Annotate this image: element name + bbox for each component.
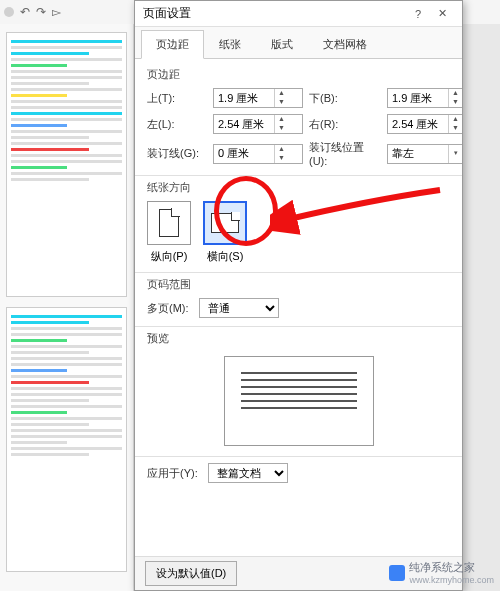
spin-up-icon[interactable]: ▲ [449,115,462,124]
thumbnail-panel [0,24,134,591]
spin-up-icon[interactable]: ▲ [275,115,288,124]
tab-margins[interactable]: 页边距 [141,30,204,59]
tab-paper[interactable]: 纸张 [204,30,256,58]
top-label: 上(T): [147,91,207,106]
bottom-label: 下(B): [309,91,381,106]
left-input[interactable]: ▲▼ [213,114,303,134]
redo-icon[interactable]: ↷ [36,5,46,19]
preview-section: 预览 [147,331,450,446]
left-label: 左(L): [147,117,207,132]
spin-down-icon[interactable]: ▼ [275,124,288,133]
cursor-icon[interactable]: ▻ [52,5,61,19]
spin-up-icon[interactable]: ▲ [449,89,462,98]
ribbon-dot [4,7,14,17]
right-label: 右(R): [309,117,381,132]
right-input[interactable]: ▲▼ [387,114,462,134]
tab-grid[interactable]: 文档网格 [308,30,382,58]
gutter-input[interactable]: ▲▼ [213,144,303,164]
spin-down-icon[interactable]: ▼ [275,98,288,107]
watermark-url: www.kzmyhome.com [409,575,494,585]
preview-page [224,356,374,446]
set-default-button[interactable]: 设为默认值(D) [145,561,237,586]
margins-section: 页边距 上(T): ▲▼ 下(B): ▲▼ 左(L): ▲▼ 右(R): ▲▼ … [147,67,450,167]
page-setup-dialog: 页面设置 ? ✕ 页边距 纸张 版式 文档网格 页边距 上(T): ▲▼ 下(B… [134,0,463,591]
gutter-pos-select[interactable]: ▾ [387,144,462,164]
bottom-input[interactable]: ▲▼ [387,88,462,108]
apply-row: 应用于(Y): 整篇文档 [147,463,450,483]
landscape-icon [203,201,247,245]
spin-down-icon[interactable]: ▼ [449,98,462,107]
watermark: 纯净系统之家 www.kzmyhome.com [389,560,494,585]
dropdown-icon[interactable]: ▾ [449,145,462,163]
gutter-pos-label: 装订线位置(U): [309,140,381,167]
orientation-section: 纸张方向 纵向(P) 横向(S) [147,180,450,264]
multi-label: 多页(M): [147,301,189,316]
portrait-icon [147,201,191,245]
orientation-landscape[interactable]: 横向(S) [203,201,247,264]
dialog-body: 页边距 上(T): ▲▼ 下(B): ▲▼ 左(L): ▲▼ 右(R): ▲▼ … [135,59,462,563]
dialog-title: 页面设置 [143,5,406,22]
orientation-heading: 纸张方向 [147,180,450,195]
dialog-titlebar: 页面设置 ? ✕ [135,1,462,27]
spin-up-icon[interactable]: ▲ [275,145,288,154]
pages-section: 页码范围 多页(M): 普通 [147,277,450,318]
multi-select[interactable]: 普通 [199,298,279,318]
pages-heading: 页码范围 [147,277,450,292]
watermark-icon [389,565,405,581]
margins-heading: 页边距 [147,67,450,82]
top-input[interactable]: ▲▼ [213,88,303,108]
page-thumbnail[interactable] [6,32,127,297]
orientation-portrait[interactable]: 纵向(P) [147,201,191,264]
dialog-tabs: 页边距 纸张 版式 文档网格 [135,27,462,59]
watermark-text: 纯净系统之家 [409,560,494,575]
close-button[interactable]: ✕ [430,7,454,20]
page-thumbnail[interactable] [6,307,127,572]
gutter-label: 装订线(G): [147,146,207,161]
tab-layout[interactable]: 版式 [256,30,308,58]
help-button[interactable]: ? [406,8,430,20]
apply-select[interactable]: 整篇文档 [208,463,288,483]
spin-down-icon[interactable]: ▼ [449,124,462,133]
spin-down-icon[interactable]: ▼ [275,154,288,163]
apply-label: 应用于(Y): [147,466,198,481]
undo-icon[interactable]: ↶ [20,5,30,19]
spin-up-icon[interactable]: ▲ [275,89,288,98]
preview-heading: 预览 [147,331,450,346]
